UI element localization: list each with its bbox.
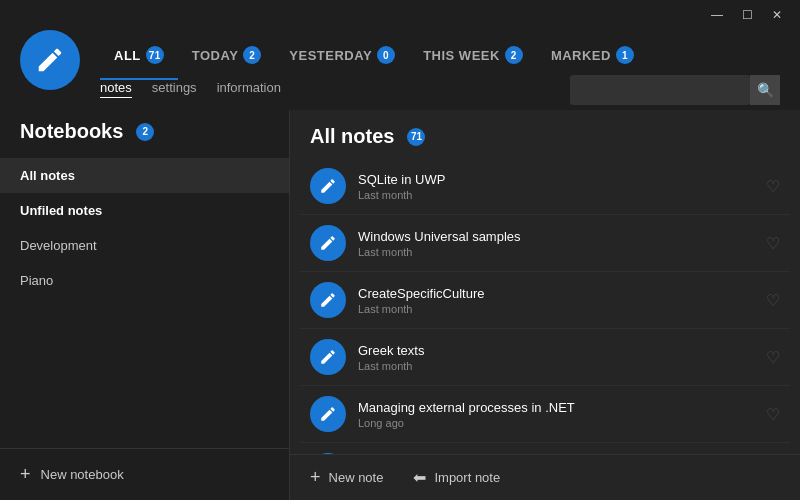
close-button[interactable]: ✕ <box>762 5 792 25</box>
subnav: notes settings information <box>100 80 281 98</box>
favorite-icon[interactable]: ♡ <box>766 348 780 367</box>
pencil-icon <box>319 234 337 252</box>
sidebar-title: Notebooks 2 <box>0 120 289 158</box>
note-icon <box>310 282 346 318</box>
minimize-button[interactable]: — <box>702 5 732 25</box>
note-subtitle: Last month <box>358 246 754 258</box>
tab-marked[interactable]: MARKED 1 <box>537 30 648 80</box>
content-area: All notes 71 SQLite in UWP Last month ♡ … <box>290 110 800 500</box>
nav-header: ALL 71 TODAY 2 YESTERDAY 0 THIS WEEK 2 M… <box>0 30 800 80</box>
tab-this-week[interactable]: THIS WEEK 2 <box>409 30 537 80</box>
subnav-notes[interactable]: notes <box>100 80 132 98</box>
favorite-icon[interactable]: ♡ <box>766 405 780 424</box>
import-icon: ⬅ <box>413 468 426 487</box>
note-icon <box>310 396 346 432</box>
all-notes-badge: 71 <box>407 128 425 146</box>
search-icon: 🔍 <box>757 82 774 98</box>
note-text: SQLite in UWP Last month <box>358 172 754 201</box>
tab-yesterday[interactable]: YESTERDAY 0 <box>275 30 409 80</box>
note-text: CreateSpecificCulture Last month <box>358 286 754 315</box>
list-item[interactable]: Managing external processes in .NET Long… <box>300 386 790 443</box>
titlebar: — ☐ ✕ <box>0 0 800 30</box>
favorite-icon[interactable]: ♡ <box>766 177 780 196</box>
list-item[interactable]: SQLite in UWP Last month ♡ <box>300 158 790 215</box>
subnav-settings[interactable]: settings <box>152 80 197 98</box>
notebooks-badge: 2 <box>136 123 154 141</box>
note-icon <box>310 225 346 261</box>
note-title: Windows Universal samples <box>358 229 754 244</box>
sidebar-item-piano[interactable]: Piano <box>0 263 289 298</box>
search-container: 🔍 <box>570 75 780 105</box>
app-logo <box>20 30 80 90</box>
favorite-icon[interactable]: ♡ <box>766 291 780 310</box>
marked-badge: 1 <box>616 46 634 64</box>
favorite-icon[interactable]: ♡ <box>766 234 780 253</box>
note-icon <box>310 168 346 204</box>
note-icon <box>310 339 346 375</box>
import-note-button[interactable]: ⬅ Import note <box>413 468 500 487</box>
note-text: Greek texts Last month <box>358 343 754 372</box>
sidebar-item-all-notes[interactable]: All notes <box>0 158 289 193</box>
note-subtitle: Last month <box>358 303 754 315</box>
content-title: All notes 71 <box>290 110 800 158</box>
thisweek-badge: 2 <box>505 46 523 64</box>
pencil-icon <box>319 348 337 366</box>
note-title: Managing external processes in .NET <box>358 400 754 415</box>
main-layout: Notebooks 2 All notes Unfiled notes Deve… <box>0 110 800 500</box>
list-item[interactable]: Greek texts Last month ♡ <box>300 329 790 386</box>
list-item[interactable]: Windows Universal samples Last month ♡ <box>300 215 790 272</box>
tab-all[interactable]: ALL 71 <box>100 30 178 80</box>
note-text: Windows Universal samples Last month <box>358 229 754 258</box>
pencil-icon <box>319 291 337 309</box>
search-button[interactable]: 🔍 <box>750 75 780 105</box>
search-input[interactable] <box>570 75 750 105</box>
today-badge: 2 <box>243 46 261 64</box>
subnav-information[interactable]: information <box>217 80 281 98</box>
new-notebook-button[interactable]: + New notebook <box>0 448 289 500</box>
list-item[interactable]: Reset Windows Activation/Remove license … <box>300 443 790 454</box>
pencil-icon <box>35 45 65 75</box>
pencil-icon <box>319 177 337 195</box>
note-title: SQLite in UWP <box>358 172 754 187</box>
yesterday-badge: 0 <box>377 46 395 64</box>
sidebar-item-unfiled-notes[interactable]: Unfiled notes <box>0 193 289 228</box>
notes-list: SQLite in UWP Last month ♡ Windows Unive… <box>290 158 800 454</box>
plus-icon: + <box>20 464 31 485</box>
note-title: Greek texts <box>358 343 754 358</box>
sidebar-item-development[interactable]: Development <box>0 228 289 263</box>
list-item[interactable]: CreateSpecificCulture Last month ♡ <box>300 272 790 329</box>
tab-today[interactable]: TODAY 2 <box>178 30 276 80</box>
note-subtitle: Long ago <box>358 417 754 429</box>
all-badge: 71 <box>146 46 164 64</box>
note-subtitle: Last month <box>358 360 754 372</box>
note-text: Managing external processes in .NET Long… <box>358 400 754 429</box>
plus-icon: + <box>310 467 321 488</box>
new-note-button[interactable]: + New note <box>310 467 383 488</box>
note-title: CreateSpecificCulture <box>358 286 754 301</box>
content-footer: + New note ⬅ Import note <box>290 454 800 500</box>
note-subtitle: Last month <box>358 189 754 201</box>
sidebar: Notebooks 2 All notes Unfiled notes Deve… <box>0 110 290 500</box>
maximize-button[interactable]: ☐ <box>732 5 762 25</box>
pencil-icon <box>319 405 337 423</box>
